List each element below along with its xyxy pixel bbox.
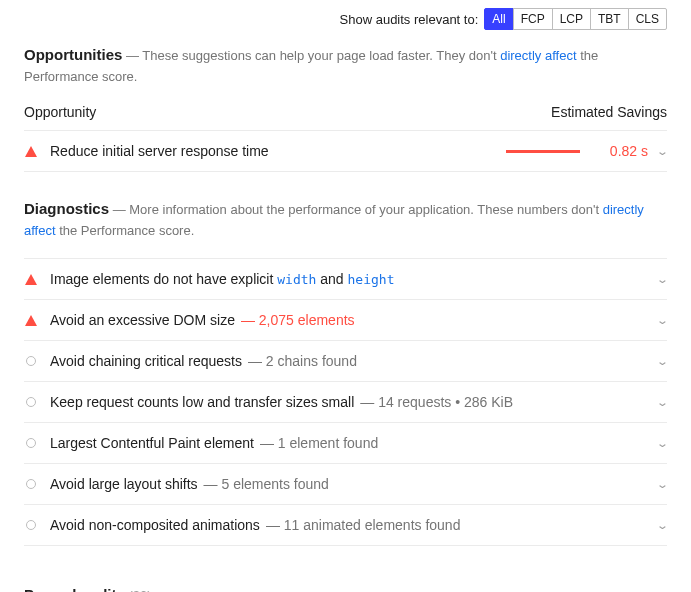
passed-audits-title: Passed audits	[24, 586, 125, 592]
diagnostics-title: Diagnostics	[24, 200, 109, 217]
passed-audits-count: (30)	[129, 588, 152, 592]
triangle-fail-icon	[24, 274, 38, 285]
opportunities-header: Opportunities — These suggestions can he…	[24, 44, 667, 86]
savings-bar	[506, 150, 580, 153]
chevron-down-icon: ⌄	[656, 588, 669, 592]
diagnostic-row[interactable]: Keep request counts low and transfer siz…	[24, 382, 667, 423]
audit-title: Avoid an excessive DOM size	[50, 312, 235, 328]
chevron-down-icon: ⌄	[656, 314, 669, 327]
chevron-down-icon: ⌄	[656, 355, 669, 368]
filter-btn-cls[interactable]: CLS	[628, 8, 667, 30]
circle-neutral-icon	[24, 520, 38, 530]
savings-value: 0.82 s	[608, 143, 648, 159]
diagnostics-section: Diagnostics — More information about the…	[24, 198, 667, 546]
opportunities-section: Opportunities — These suggestions can he…	[24, 44, 667, 172]
diagnostics-header: Diagnostics — More information about the…	[24, 198, 667, 240]
opportunities-title: Opportunities	[24, 46, 122, 63]
diagnostics-list: Image elements do not have explicit widt…	[24, 258, 667, 546]
circle-neutral-icon	[24, 397, 38, 407]
diagnostics-desc: — More information about the performance…	[24, 202, 644, 238]
audit-filter-row: Show audits relevant to: AllFCPLCPTBTCLS	[24, 8, 667, 30]
chevron-down-icon: ⌄	[656, 437, 669, 450]
audit-title: Keep request counts low and transfer siz…	[50, 394, 354, 410]
diagnostic-row[interactable]: Avoid chaining critical requests — 2 cha…	[24, 341, 667, 382]
audit-detail: — 11 animated elements found	[266, 517, 461, 533]
audit-title: Reduce initial server response time	[50, 143, 269, 159]
audit-detail: — 5 elements found	[204, 476, 329, 492]
audit-title: Image elements do not have explicit widt…	[50, 271, 395, 287]
circle-neutral-icon	[24, 438, 38, 448]
opportunity-column-headers: Opportunity Estimated Savings	[24, 104, 667, 131]
code-token: height	[348, 272, 395, 287]
audit-title: Avoid non-composited animations	[50, 517, 260, 533]
filter-label: Show audits relevant to:	[340, 12, 479, 27]
chevron-down-icon: ⌄	[656, 519, 669, 532]
audit-detail: — 2,075 elements	[241, 312, 355, 328]
audit-title: Avoid large layout shifts	[50, 476, 198, 492]
opportunity-row[interactable]: Reduce initial server response time0.82 …	[24, 131, 667, 172]
audit-title: Largest Contentful Paint element	[50, 435, 254, 451]
circle-neutral-icon	[24, 356, 38, 366]
diagnostic-row[interactable]: Avoid non-composited animations — 11 ani…	[24, 505, 667, 546]
diagnostic-row[interactable]: Avoid large layout shifts — 5 elements f…	[24, 464, 667, 505]
code-token: width	[277, 272, 316, 287]
chevron-down-icon: ⌄	[656, 478, 669, 491]
audit-detail: — 1 element found	[260, 435, 378, 451]
opportunities-list: Reduce initial server response time0.82 …	[24, 131, 667, 172]
chevron-down-icon: ⌄	[656, 145, 669, 158]
col-savings: Estimated Savings	[551, 104, 667, 120]
audit-title: Avoid chaining critical requests	[50, 353, 242, 369]
filter-btn-all[interactable]: All	[484, 8, 513, 30]
passed-audits-toggle[interactable]: Passed audits (30) ⌄	[24, 572, 667, 592]
filter-btn-tbt[interactable]: TBT	[590, 8, 629, 30]
chevron-down-icon: ⌄	[656, 273, 669, 286]
circle-neutral-icon	[24, 479, 38, 489]
chevron-down-icon: ⌄	[656, 396, 669, 409]
audit-detail: — 2 chains found	[248, 353, 357, 369]
audit-detail: — 14 requests • 286 KiB	[360, 394, 513, 410]
filter-btn-fcp[interactable]: FCP	[513, 8, 553, 30]
triangle-fail-icon	[24, 146, 38, 157]
opportunities-desc-link[interactable]: directly affect	[500, 48, 576, 63]
filter-button-group: AllFCPLCPTBTCLS	[484, 8, 667, 30]
filter-btn-lcp[interactable]: LCP	[552, 8, 591, 30]
col-opportunity: Opportunity	[24, 104, 96, 120]
diagnostic-row[interactable]: Image elements do not have explicit widt…	[24, 259, 667, 300]
diagnostic-row[interactable]: Largest Contentful Paint element — 1 ele…	[24, 423, 667, 464]
diagnostic-row[interactable]: Avoid an excessive DOM size — 2,075 elem…	[24, 300, 667, 341]
triangle-fail-icon	[24, 315, 38, 326]
